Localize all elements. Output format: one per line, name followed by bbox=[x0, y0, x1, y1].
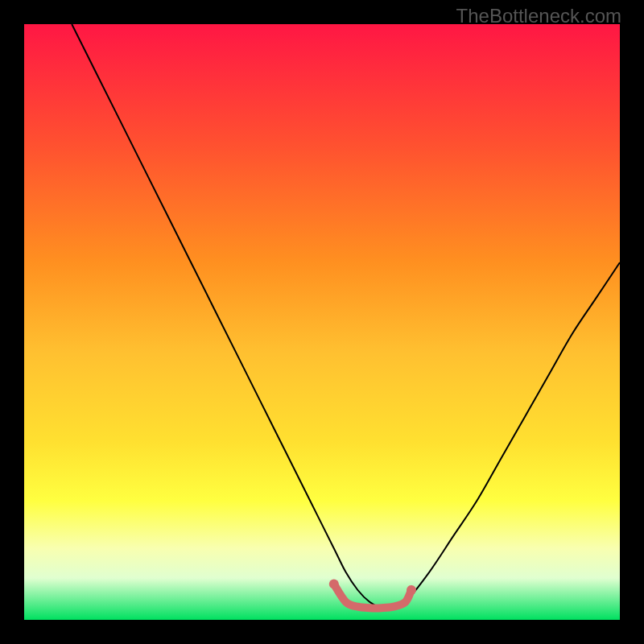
watermark-text: TheBottleneck.com bbox=[456, 5, 621, 27]
chart-svg bbox=[24, 24, 620, 620]
optimal-zone-end-dot bbox=[407, 585, 416, 595]
optimal-zone-start-dot bbox=[329, 580, 339, 589]
gradient-background bbox=[24, 24, 620, 620]
chart-area bbox=[24, 24, 620, 620]
